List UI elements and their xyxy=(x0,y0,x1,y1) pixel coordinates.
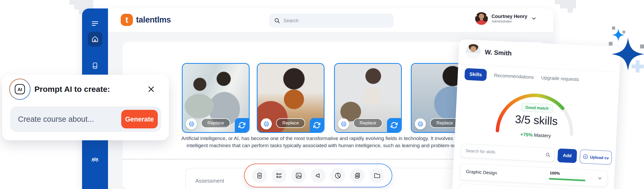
skills-match-gauge xyxy=(492,88,579,138)
courses-book-icon xyxy=(91,62,99,69)
home-icon xyxy=(91,35,99,43)
tab-upgrade-requests[interactable]: Upgrade requests xyxy=(541,75,579,82)
skill-name: Graphic Design xyxy=(466,169,497,176)
skills-search-field[interactable] xyxy=(461,144,555,162)
ai-prompt-input[interactable] xyxy=(18,115,121,124)
user-name: Courtney Henry xyxy=(492,14,527,20)
pixel-stairs-decoration xyxy=(555,0,560,4)
svg-text:AI: AI xyxy=(190,123,192,125)
pixel-stairs-decoration xyxy=(69,0,74,5)
app-header: t talentlms Courtney Henry Administrator xyxy=(82,8,553,32)
svg-text:AI: AI xyxy=(265,123,267,125)
prompt-ai-modal: AI Prompt AI to create: Generate xyxy=(2,75,169,140)
svg-text:AI: AI xyxy=(343,123,345,125)
svg-text:AI: AI xyxy=(18,87,22,92)
course-image-card: Replace AI xyxy=(182,63,250,133)
svg-text:AI: AI xyxy=(419,123,421,125)
course-text-line: Artificial intelligence, or AI, has beco… xyxy=(181,136,461,141)
replace-image-button[interactable]: Replace xyxy=(201,118,230,128)
audio-icon[interactable] xyxy=(311,168,326,183)
skills-search-input[interactable] xyxy=(465,148,546,157)
add-skill-button[interactable]: Add xyxy=(557,148,577,163)
ai-gradient-icon: AI xyxy=(9,78,31,101)
sidebar-item-users[interactable] xyxy=(82,156,108,164)
course-image-card: Replace AI xyxy=(257,63,325,133)
replace-image-button[interactable]: Replace xyxy=(276,118,305,128)
search-icon xyxy=(545,152,551,158)
search-icon xyxy=(274,17,280,24)
skills-user-name: W. Smith xyxy=(485,48,512,57)
skill-row-graphic-design[interactable]: Graphic Design 100% xyxy=(460,163,608,187)
tab-recommendations[interactable]: Recommendations xyxy=(494,73,534,80)
skills-search-row: Add AI Upload cv xyxy=(461,144,609,165)
svg-text:AI: AI xyxy=(584,156,586,158)
refresh-icon xyxy=(238,122,246,129)
folder-icon[interactable] xyxy=(370,168,384,183)
menu-icon xyxy=(91,20,99,27)
users-group-icon xyxy=(91,156,99,164)
talentlms-logo-text: talentlms xyxy=(136,15,171,25)
tab-skills[interactable]: Skills xyxy=(464,68,487,81)
sidebar-item-menu[interactable] xyxy=(82,20,108,27)
match-status-badge: Good match xyxy=(521,103,553,113)
skill-progress-bar xyxy=(549,178,586,181)
skills-score: 3/5 skills xyxy=(515,113,558,128)
ai-generated-badge[interactable]: AI xyxy=(186,118,197,129)
ai-generated-badge[interactable]: AI xyxy=(261,118,272,129)
skills-panel-header: W. Smith xyxy=(465,44,512,61)
mastery-label: Mastery xyxy=(534,132,551,138)
pixel-plus-decoration xyxy=(632,60,644,74)
mastery-stat: +75% Mastery xyxy=(520,132,551,139)
mastery-value: +75% xyxy=(520,132,533,138)
course-image-card: Replace AI xyxy=(334,63,402,133)
image-icon[interactable] xyxy=(291,168,306,183)
refresh-icon xyxy=(390,122,398,129)
flashcards-icon[interactable] xyxy=(350,168,365,183)
avatar xyxy=(465,44,481,59)
upload-cv-button[interactable]: AI Upload cv xyxy=(580,150,612,165)
search-input[interactable] xyxy=(283,18,389,24)
regenerate-image-button[interactable] xyxy=(235,118,249,132)
sidebar-item-courses[interactable] xyxy=(82,62,108,69)
regenerate-image-button[interactable] xyxy=(310,118,324,132)
skills-tabs: Skills Recommendations Upgrade requests xyxy=(464,68,579,86)
global-search[interactable] xyxy=(269,14,394,28)
ai-chip-icon: AI xyxy=(340,120,347,128)
ai-prompt-input-row: Generate xyxy=(10,106,161,132)
pie-chart-icon[interactable] xyxy=(330,168,345,183)
ai-generated-badge[interactable]: AI xyxy=(338,118,349,129)
chevron-down-icon[interactable] xyxy=(597,176,602,182)
ai-chip-icon: AI xyxy=(188,120,195,128)
user-profile-menu[interactable]: Courtney Henry Administrator xyxy=(475,12,537,25)
skills-profile-panel: W. Smith Skills Recommendations Upgrade … xyxy=(451,39,621,189)
chevron-down-icon[interactable] xyxy=(531,16,537,21)
ai-chip-icon: AI xyxy=(263,120,270,128)
course-text-line: intelligent machines that can perform ta… xyxy=(187,143,456,148)
talentlms-logo-mark: t xyxy=(121,14,133,26)
close-icon[interactable] xyxy=(147,85,155,93)
content-type-toolbar xyxy=(244,164,392,187)
user-avatar[interactable] xyxy=(475,12,488,25)
regenerate-image-button[interactable] xyxy=(387,118,401,132)
generate-button[interactable]: Generate xyxy=(121,110,158,128)
replace-image-button[interactable]: Replace xyxy=(353,118,382,128)
ai-modal-title: Prompt AI to create: xyxy=(34,85,110,94)
sidebar-item-home[interactable] xyxy=(88,32,102,47)
user-role: Administrator xyxy=(492,19,527,23)
checklist-icon[interactable] xyxy=(272,168,286,183)
talentlms-logo: t talentlms xyxy=(121,14,171,26)
replace-image-button[interactable]: Replace xyxy=(430,118,459,128)
assessment-label: Assessment xyxy=(195,178,224,184)
ai-generated-badge[interactable]: AI xyxy=(415,118,426,129)
document-icon[interactable] xyxy=(252,168,267,183)
ai-chip-icon: AI xyxy=(417,120,424,128)
ai-icon: AI xyxy=(583,154,588,159)
refresh-icon xyxy=(313,122,321,129)
skill-percent: 100% xyxy=(550,170,560,176)
upload-cv-label: Upload cv xyxy=(590,155,609,160)
screenshot-canvas: t talentlms Courtney Henry Administrator xyxy=(0,0,644,189)
